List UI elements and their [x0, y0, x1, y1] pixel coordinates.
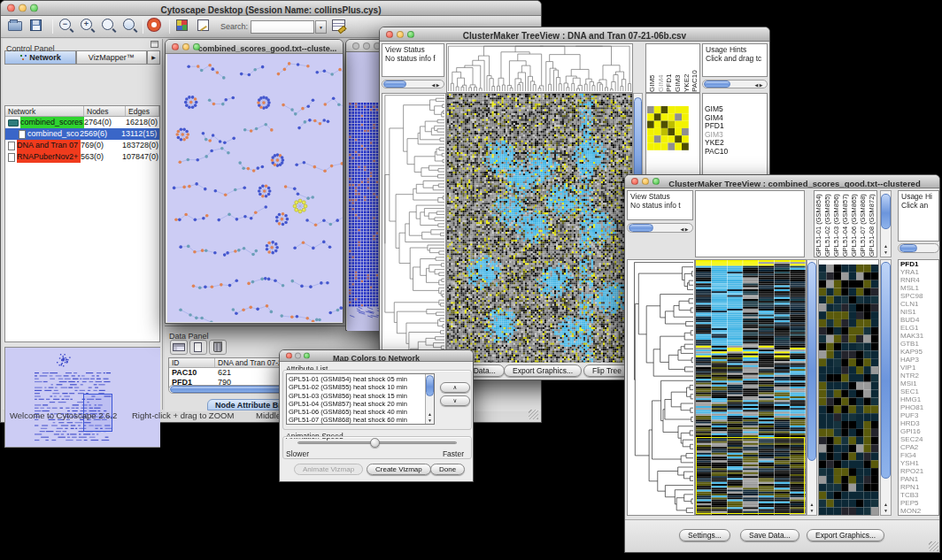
scroll-up-icon[interactable]: ▲	[426, 411, 434, 417]
network-row[interactable]: combined_sco 2569(6) 13112(15)	[5, 128, 159, 140]
scroll-arrows[interactable]: ◀ ▶	[429, 82, 442, 88]
minimize-button[interactable]	[295, 353, 301, 359]
attribute-item[interactable]: GPL51-04 (GSM857) heat shock 20 min	[287, 400, 434, 408]
tv2-usage-hscroll[interactable]	[898, 243, 939, 253]
resize-grip[interactable]	[529, 410, 538, 419]
col-label[interactable]: GIM4	[657, 44, 666, 92]
birdseye-canvas[interactable]	[5, 348, 160, 447]
open-session-button[interactable]	[8, 19, 25, 35]
col-label[interactable]: PAC10	[691, 44, 699, 92]
col-label[interactable]: GPL51-08 (GSM872)	[868, 191, 876, 257]
minimize-button[interactable]	[642, 178, 649, 185]
attribute-item[interactable]: GPL51-01 (GSM854) heat shock 05 min	[287, 375, 434, 383]
scroll-up-icon[interactable]: ▲	[881, 243, 891, 249]
minimize-button[interactable]	[182, 43, 189, 50]
gene-label[interactable]: GPI16	[899, 427, 938, 435]
gene-label[interactable]: VIP1	[899, 364, 938, 372]
gene-label[interactable]: KAP95	[899, 348, 938, 356]
zoom-button[interactable]	[193, 43, 200, 50]
scroll-arrows[interactable]: ◀ ▶	[678, 226, 691, 232]
col-label[interactable]: GPL51-03 (GSM856)	[832, 191, 841, 257]
gene-label[interactable]: FIG4	[899, 451, 938, 459]
tv1-heatmap[interactable]	[447, 94, 632, 363]
scroll-down-icon[interactable]: ▼	[881, 508, 891, 513]
dialog-titlebar[interactable]: Map Colors to Network	[280, 350, 473, 362]
scroll-thumb[interactable]	[426, 375, 434, 396]
zoom-button[interactable]	[652, 178, 660, 185]
animate-vizmap-button[interactable]: Animate Vizmap	[294, 464, 363, 475]
tv2-row-dendrogram[interactable]	[628, 260, 694, 515]
col-label[interactable]: GIM3	[674, 44, 683, 92]
network-list-header[interactable]: Network Nodes Edges	[5, 106, 159, 117]
create-vizmap-button[interactable]: Create Vizmap	[367, 464, 431, 475]
gene-label[interactable]: PEP5	[899, 499, 938, 507]
scroll-thumb[interactable]	[807, 262, 816, 461]
attribute-browser-button[interactable]	[332, 19, 349, 35]
col-label[interactable]: PFD1	[665, 44, 674, 92]
scroll-thumb[interactable]	[900, 244, 917, 252]
tv2-save-data-button[interactable]: Save Data...	[740, 529, 799, 541]
network-canvas[interactable]	[167, 54, 343, 322]
gene-label[interactable]: PHO81	[899, 403, 938, 411]
table-mode-button[interactable]	[170, 340, 188, 355]
close-button[interactable]	[352, 42, 359, 50]
gene-label[interactable]: SEC24	[899, 435, 938, 443]
speed-slider-thumb[interactable]	[370, 438, 380, 448]
done-button[interactable]: Done	[430, 464, 465, 475]
gene-label[interactable]: MAK31	[899, 332, 938, 340]
col-label[interactable]: GPL51-06 (GSM865)	[850, 191, 859, 257]
col-label[interactable]: YKE2	[683, 44, 691, 92]
search-input[interactable]	[251, 20, 314, 34]
gene-label[interactable]: YSH1	[899, 459, 938, 467]
gene-label[interactable]: PAN1	[899, 475, 938, 483]
gene-label[interactable]: NIS1	[899, 308, 938, 316]
gene-label[interactable]: YRA1	[899, 268, 938, 276]
scroll-down-icon[interactable]: ▼	[807, 508, 816, 513]
new-attribute-button[interactable]	[189, 340, 207, 355]
float-panel-icon[interactable]	[151, 41, 158, 48]
gene-label[interactable]: SEC1	[899, 387, 938, 395]
col-label[interactable]: GPL51-02 (GSM855)	[823, 191, 832, 257]
scroll-arrows[interactable]: ◀ ▶	[753, 82, 765, 88]
col-label[interactable]: GIM5	[648, 44, 657, 92]
tab-overflow-arrow[interactable]: ▶	[147, 50, 160, 65]
zoom-selected-button[interactable]	[102, 19, 119, 35]
tv1-zoom-heatmap[interactable]	[647, 106, 689, 150]
scroll-thumb[interactable]	[629, 224, 653, 232]
gene-label[interactable]: RPO21	[899, 467, 938, 475]
scroll-up-icon[interactable]: ▲	[807, 502, 816, 507]
minimize-button[interactable]	[397, 31, 404, 38]
main-titlebar[interactable]: Cytoscape Desktop (Session Name: collins…	[1, 1, 541, 16]
close-button[interactable]	[631, 178, 638, 185]
tv2-heatmap-vscroll[interactable]: ▲▼	[807, 259, 817, 516]
zoom-button[interactable]	[407, 31, 414, 38]
tv2-header-vscroll[interactable]: ▲▼	[880, 190, 892, 257]
col-label[interactable]: GPL51-07 (GSM868)	[859, 191, 868, 257]
move-down-button[interactable]: ∨	[440, 395, 470, 406]
scroll-thumb[interactable]	[881, 194, 891, 229]
network-row[interactable]: DNA and Tran 07 769(0) 183728(0)	[5, 140, 159, 151]
gene-label[interactable]: MSL1	[899, 284, 938, 292]
gene-label[interactable]: TCB3	[899, 491, 938, 499]
help-button[interactable]	[148, 19, 165, 35]
attribute-item[interactable]: GPL51-07 (GSM868) heat shock 60 min	[287, 416, 434, 424]
vizmapper-button[interactable]	[176, 19, 193, 35]
network-view-titlebar[interactable]: combined_scores_good.txt--cluste...	[166, 40, 343, 54]
birdseye-view[interactable]	[4, 347, 160, 448]
col-label[interactable]: GPL51-01 (GSM854)	[815, 191, 823, 257]
scroll-down-icon[interactable]: ▼	[426, 418, 434, 423]
gene-label[interactable]: SPC98	[899, 292, 938, 300]
zoom-button[interactable]	[304, 353, 310, 359]
gene-label[interactable]: HRD3	[899, 419, 938, 427]
move-up-button[interactable]: ∧	[440, 382, 470, 393]
tv1-col-dendrogram[interactable]	[447, 44, 632, 92]
attribute-item[interactable]: GPL51-02 (GSM855) heat shock 10 min	[287, 383, 434, 391]
gene-label[interactable]: PAC10	[703, 148, 767, 157]
col-label[interactable]: GPL51-04 (GSM857)	[841, 191, 850, 257]
network-row[interactable]: RNAPuberNov2+ 563(0) 107847(0)	[5, 151, 159, 163]
save-session-button[interactable]	[30, 19, 47, 35]
close-button[interactable]	[7, 4, 15, 12]
gene-label[interactable]: HMG1	[899, 395, 938, 403]
resize-grip[interactable]	[929, 541, 938, 551]
tv2-zoom-heatmap[interactable]	[819, 265, 878, 515]
